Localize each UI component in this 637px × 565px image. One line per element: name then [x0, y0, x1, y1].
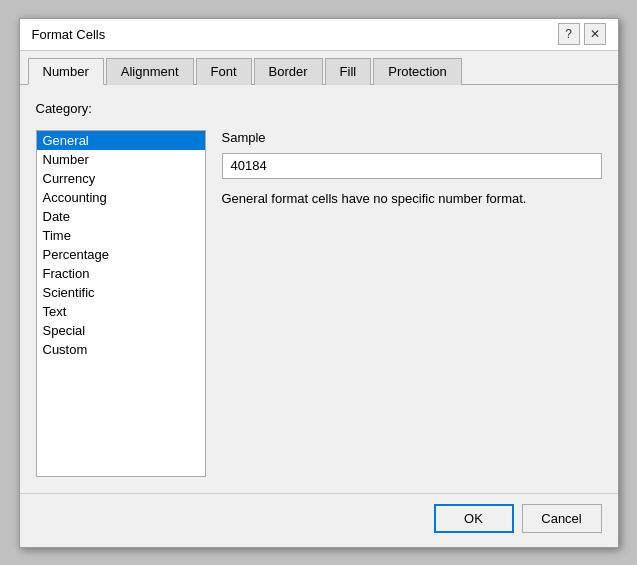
list-item-fraction[interactable]: Fraction: [37, 264, 205, 283]
list-item-currency[interactable]: Currency: [37, 169, 205, 188]
title-bar-controls: ? ✕: [558, 23, 606, 45]
format-cells-dialog: Format Cells ? ✕ Number Alignment Font B…: [19, 18, 619, 548]
list-item-date[interactable]: Date: [37, 207, 205, 226]
list-item-scientific[interactable]: Scientific: [37, 283, 205, 302]
tabs-container: Number Alignment Font Border Fill Protec…: [20, 51, 618, 85]
title-bar: Format Cells ? ✕: [20, 19, 618, 51]
list-item-accounting[interactable]: Accounting: [37, 188, 205, 207]
list-item-text[interactable]: Text: [37, 302, 205, 321]
list-item-special[interactable]: Special: [37, 321, 205, 340]
list-item-custom[interactable]: Custom: [37, 340, 205, 359]
list-item-general[interactable]: General: [37, 131, 205, 150]
cancel-button[interactable]: Cancel: [522, 504, 602, 533]
list-item-time[interactable]: Time: [37, 226, 205, 245]
tab-fill[interactable]: Fill: [325, 58, 372, 85]
close-button[interactable]: ✕: [584, 23, 606, 45]
help-button[interactable]: ?: [558, 23, 580, 45]
tab-font[interactable]: Font: [196, 58, 252, 85]
category-list[interactable]: General Number Currency Accounting Date: [37, 131, 205, 476]
sample-value: 40184: [222, 153, 602, 179]
tab-alignment[interactable]: Alignment: [106, 58, 194, 85]
main-area: General Number Currency Accounting Date: [36, 130, 602, 477]
tab-content: Category: General Number Currency Accoun…: [20, 85, 618, 493]
right-panel: Sample 40184 General format cells have n…: [222, 130, 602, 477]
category-list-container: General Number Currency Accounting Date: [36, 130, 206, 477]
tab-border[interactable]: Border: [254, 58, 323, 85]
format-description: General format cells have no specific nu…: [222, 191, 602, 206]
button-bar: OK Cancel: [20, 493, 618, 547]
category-label: Category:: [36, 101, 602, 116]
list-item-percentage[interactable]: Percentage: [37, 245, 205, 264]
tab-protection[interactable]: Protection: [373, 58, 462, 85]
dialog-title: Format Cells: [32, 27, 106, 42]
sample-label: Sample: [222, 130, 602, 145]
list-item-number[interactable]: Number: [37, 150, 205, 169]
ok-button[interactable]: OK: [434, 504, 514, 533]
tab-number[interactable]: Number: [28, 58, 104, 85]
